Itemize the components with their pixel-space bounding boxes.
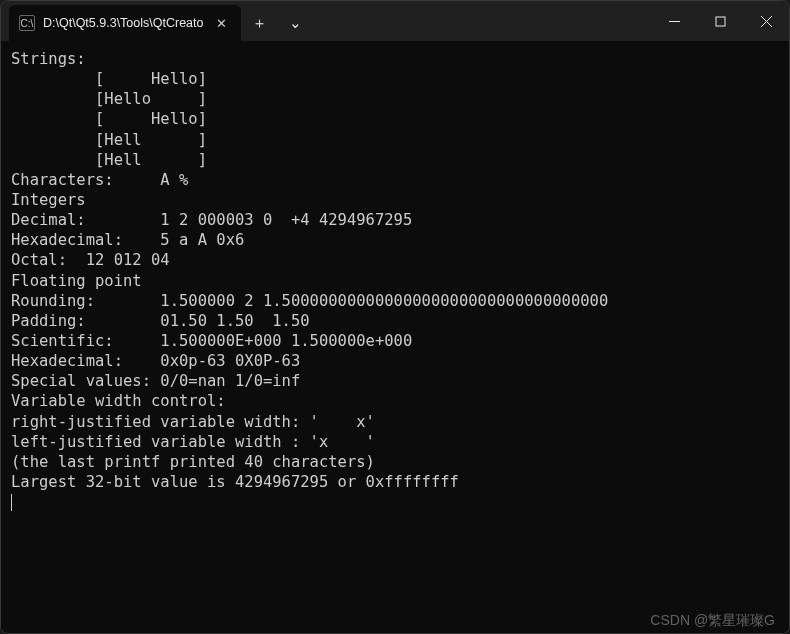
terminal-output: Strings: [ Hello] [Hello ] [ Hello] [Hel…	[11, 50, 608, 491]
watermark-text: CSDN @繁星璀璨G	[650, 611, 775, 629]
close-icon	[761, 16, 772, 27]
minimize-icon	[669, 16, 680, 27]
terminal-body[interactable]: Strings: [ Hello] [Hello ] [ Hello] [Hel…	[1, 41, 789, 633]
minimize-button[interactable]	[651, 1, 697, 41]
new-tab-button[interactable]: ＋	[241, 5, 277, 41]
close-window-button[interactable]	[743, 1, 789, 41]
maximize-icon	[715, 16, 726, 27]
title-bar[interactable]: C:\ D:\Qt\Qt5.9.3\Tools\QtCreato ✕ ＋ ⌄	[1, 1, 789, 41]
titlebar-drag-region[interactable]	[313, 1, 651, 41]
text-cursor	[11, 494, 12, 511]
tab-title: D:\Qt\Qt5.9.3\Tools\QtCreato	[43, 16, 203, 30]
maximize-button[interactable]	[697, 1, 743, 41]
app-window: C:\ D:\Qt\Qt5.9.3\Tools\QtCreato ✕ ＋ ⌄ S…	[0, 0, 790, 634]
tab-dropdown-button[interactable]: ⌄	[277, 5, 313, 41]
terminal-icon: C:\	[19, 15, 35, 31]
svg-rect-1	[716, 17, 725, 26]
tab-close-button[interactable]: ✕	[211, 13, 231, 33]
active-tab[interactable]: C:\ D:\Qt\Qt5.9.3\Tools\QtCreato ✕	[9, 5, 241, 41]
